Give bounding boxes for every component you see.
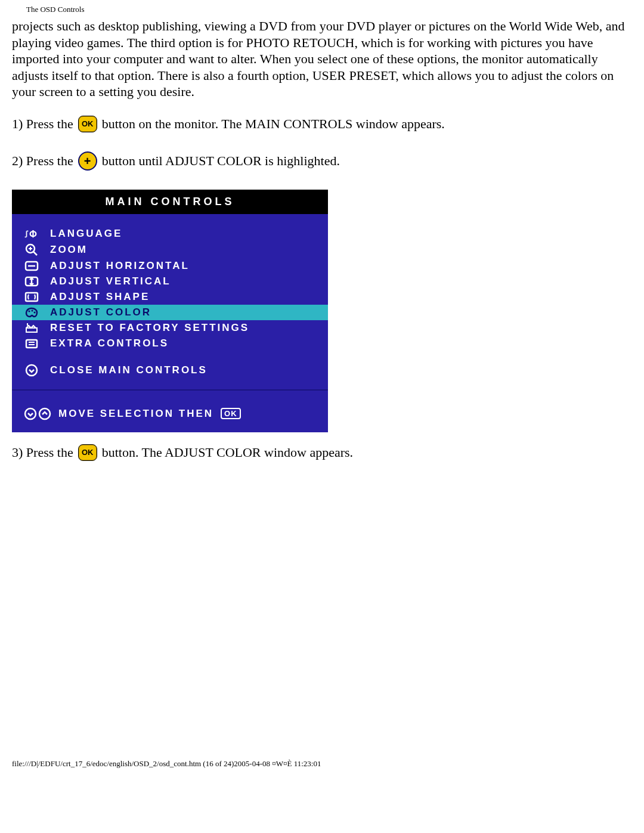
osd-divider	[12, 389, 328, 391]
page-footer: file:///D|/EDFU/crt_17_6/edoc/english/OS…	[12, 759, 632, 769]
language-icon: ꭍՓ	[24, 228, 39, 240]
osd-item-reset-factory[interactable]: RESET TO FACTORY SETTINGS	[12, 320, 328, 336]
svg-point-11	[32, 309, 33, 311]
move-selection-icons	[24, 407, 51, 420]
step-3-text-a: 3) Press the	[12, 445, 73, 460]
osd-title: MAIN CONTROLS	[12, 190, 328, 214]
osd-item-label: RESET TO FACTORY SETTINGS	[50, 322, 249, 334]
osd-item-adjust-horizontal[interactable]: ADJUST HORIZONTAL	[12, 258, 328, 274]
svg-point-18	[26, 365, 37, 376]
step-1-text-b: button on the monitor. The MAIN CONTROLS…	[102, 116, 445, 132]
osd-item-label: ADJUST HORIZONTAL	[50, 260, 190, 272]
step-1: 1) Press the OK button on the monitor. T…	[12, 116, 632, 132]
svg-point-20	[39, 408, 50, 419]
osd-item-adjust-shape[interactable]: ADJUST SHAPE	[12, 289, 328, 305]
horizontal-icon	[24, 260, 39, 272]
step-3-text-b: button. The ADJUST COLOR window appears.	[102, 445, 353, 460]
svg-rect-13	[26, 328, 37, 332]
step-1-text-a: 1) Press the	[12, 116, 73, 132]
page-header: The OSD Controls	[26, 5, 632, 14]
step-3: 3) Press the OK button. The ADJUST COLOR…	[12, 444, 632, 461]
step-2-text-b: button until ADJUST COLOR is highlighted…	[102, 153, 340, 169]
osd-panel: MAIN CONTROLS ꭍՓ LANGUAGE ZOOM ADJUST HO…	[12, 190, 328, 432]
svg-point-12	[34, 311, 36, 313]
osd-item-label: ADJUST SHAPE	[50, 291, 150, 303]
step-2: 2) Press the + button until ADJUST COLOR…	[12, 151, 632, 171]
osd-item-label: ZOOM	[50, 244, 88, 256]
osd-item-label: ADJUST VERTICAL	[50, 275, 171, 287]
close-icon	[24, 364, 39, 377]
vertical-icon	[24, 275, 39, 287]
osd-item-close[interactable]: CLOSE MAIN CONTROLS	[12, 362, 328, 379]
ok-icon: OK	[221, 408, 241, 419]
ok-button-icon: OK	[78, 116, 97, 132]
color-icon	[24, 306, 39, 318]
svg-rect-15	[26, 340, 37, 348]
shape-icon	[24, 291, 39, 303]
plus-button-icon: +	[78, 151, 97, 171]
factory-icon	[24, 322, 39, 334]
extra-icon	[24, 337, 39, 349]
intro-paragraph: projects such as desktop publishing, vie…	[12, 18, 632, 100]
svg-line-2	[33, 252, 37, 255]
svg-point-10	[29, 310, 30, 312]
zoom-icon	[24, 243, 39, 256]
svg-point-19	[25, 408, 36, 419]
osd-item-language[interactable]: ꭍՓ LANGUAGE	[12, 226, 328, 241]
osd-item-label: LANGUAGE	[50, 228, 122, 240]
svg-text:ꭍՓ: ꭍՓ	[24, 229, 37, 239]
osd-footer: MOVE SELECTION THEN OK	[12, 395, 328, 432]
osd-footer-text: MOVE SELECTION THEN	[58, 408, 213, 420]
osd-item-extra-controls[interactable]: EXTRA CONTROLS	[12, 336, 328, 351]
osd-item-adjust-color[interactable]: ADJUST COLOR	[12, 305, 328, 320]
osd-item-zoom[interactable]: ZOOM	[12, 241, 328, 258]
osd-item-label: EXTRA CONTROLS	[50, 337, 169, 349]
osd-item-label: ADJUST COLOR	[50, 306, 151, 318]
osd-item-adjust-vertical[interactable]: ADJUST VERTICAL	[12, 274, 328, 289]
osd-close-label: CLOSE MAIN CONTROLS	[50, 364, 208, 376]
step-2-text-a: 2) Press the	[12, 153, 73, 169]
ok-button-icon: OK	[78, 444, 97, 461]
osd-menu-list: ꭍՓ LANGUAGE ZOOM ADJUST HORIZONTAL ADJUS…	[12, 214, 328, 385]
